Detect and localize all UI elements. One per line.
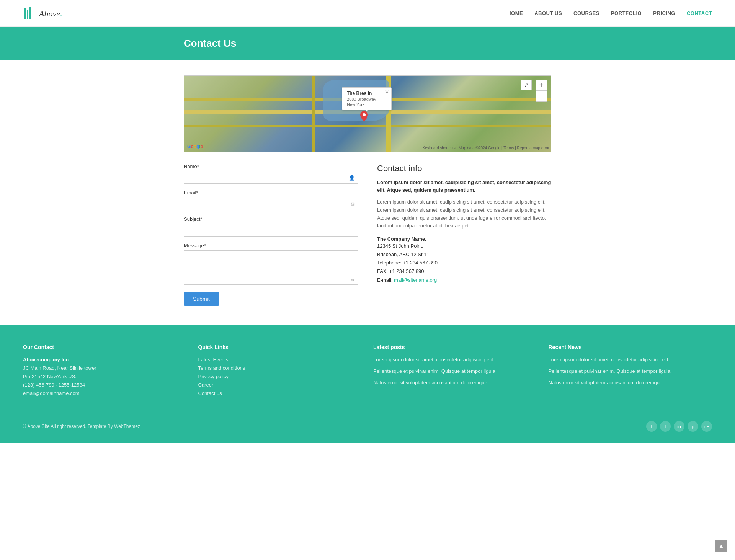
nav-courses[interactable]: COURSES — [573, 10, 599, 16]
map-expand-btn[interactable]: ⤢ — [521, 80, 532, 90]
main-content: ✕ The Breslin 2880 Broadway New York ⤢ +… — [176, 75, 559, 306]
nav-home[interactable]: HOME — [507, 10, 523, 16]
map-popup-title: The Breslin — [347, 91, 387, 96]
map-terms: Terms — [503, 146, 514, 150]
footer-phone: (123) 456-789 · 1255-12584 — [23, 381, 187, 389]
footer-link-contact-anchor[interactable]: Contact us — [198, 390, 222, 396]
map-zoom-in[interactable]: + — [536, 80, 547, 91]
subject-input[interactable] — [184, 224, 358, 237]
email-line: E-mail: mail@sitename.org — [377, 276, 551, 284]
footer-quicklinks-list: Latest Events Terms and conditions Priva… — [198, 356, 362, 398]
svg-rect-2 — [29, 7, 31, 19]
footer-email: email@domainname.com — [23, 389, 187, 398]
footer-link-career-anchor[interactable]: Career — [198, 382, 214, 388]
social-facebook[interactable]: f — [646, 421, 657, 432]
email-input[interactable] — [184, 198, 358, 210]
svg-rect-1 — [27, 10, 28, 19]
footer-link-terms: Terms and conditions — [198, 364, 362, 372]
footer-news-1: Lorem ipsum dolor sit amet, consectetur … — [549, 356, 712, 364]
footer-link-events: Latest Events — [198, 356, 362, 364]
logo-icon — [23, 7, 37, 20]
social-twitter[interactable]: t — [660, 421, 671, 432]
company-name: The Company Name. — [377, 236, 551, 242]
map-zoom-controls: + − — [536, 80, 547, 102]
map-google-logo: Google — [187, 144, 203, 149]
footer-our-contact: Our Contact Abovecompany Inc JC Main Roa… — [23, 344, 187, 398]
footer-address1: JC Main Road, Near Silnile tower — [23, 364, 187, 372]
page-banner: Contact Us — [0, 27, 735, 60]
footer-bottom: © Above Site All right reserved. Templat… — [23, 413, 712, 432]
footer-quicklinks-heading: Quick Links — [198, 344, 362, 350]
nav-pricing[interactable]: PRICING — [653, 10, 675, 16]
map-popup-close[interactable]: ✕ — [385, 89, 389, 95]
map-zoom-out[interactable]: − — [536, 91, 547, 101]
map-attribution: Map data ©2024 Google — [459, 146, 500, 150]
footer-recent-news: Recent News Lorem ipsum dolor sit amet, … — [549, 344, 712, 398]
message-textarea[interactable] — [184, 250, 358, 285]
nav-about[interactable]: ABOUT US — [534, 10, 562, 16]
footer-news-3: Natus error sit voluptatem accusantium d… — [549, 379, 712, 387]
map-container: ✕ The Breslin 2880 Broadway New York ⤢ +… — [184, 75, 551, 152]
map-popup-address2: New York — [347, 102, 387, 107]
nav-links: HOME ABOUT US COURSES PORTFOLIO PRICING … — [507, 10, 712, 16]
footer-posts-heading: Latest posts — [373, 344, 537, 350]
copyright-text: © Above Site All right reserved. Templat… — [23, 424, 140, 429]
address-line2: Brisbean, ABC 12 St 11. — [377, 250, 551, 259]
submit-button[interactable]: Submit — [184, 292, 219, 306]
subject-group: Subject* — [184, 216, 358, 237]
page-title: Contact Us — [184, 38, 551, 49]
social-links: f t in p g+ — [646, 421, 712, 432]
social-linkedin[interactable]: in — [674, 421, 684, 432]
name-group: Name* 👤 — [184, 163, 358, 184]
email-group: Email* ✉ — [184, 190, 358, 210]
social-googleplus[interactable]: g+ — [701, 421, 712, 432]
svg-point-3 — [363, 113, 366, 116]
contact-form: Name* 👤 Email* ✉ Subject* Message* — [184, 163, 358, 306]
email-input-wrapper: ✉ — [184, 198, 358, 210]
footer-latest-posts: Latest posts Lorem ipsum dolor sit amet,… — [373, 344, 537, 398]
contact-grid: Name* 👤 Email* ✉ Subject* Message* — [184, 163, 551, 306]
footer-link-career: Career — [198, 381, 362, 389]
contact-info-section: Contact info Lorem ipsum dolor sit amet,… — [377, 163, 551, 306]
footer-link-terms-anchor[interactable]: Terms and conditions — [198, 365, 245, 371]
footer-post-3: Natus error sit voluptatem accusantium d… — [373, 379, 537, 387]
nav-contact[interactable]: CONTACT — [687, 10, 712, 16]
footer-post-2: Pellentesque et pulvinar enim. Quisque a… — [373, 367, 537, 376]
svg-rect-0 — [24, 8, 26, 19]
name-input[interactable] — [184, 171, 358, 184]
footer-link-events-anchor[interactable]: Latest Events — [198, 357, 229, 362]
nav-portfolio[interactable]: PORTFOLIO — [611, 10, 642, 16]
footer-news-heading: Recent News — [549, 344, 712, 350]
footer-address2: Pin-21542 NewYork US. — [23, 372, 187, 381]
email-icon: ✉ — [351, 201, 355, 207]
logo-text: Above. — [39, 8, 63, 19]
map-report: Report a map error — [517, 146, 549, 150]
edit-icon: ✏ — [351, 277, 355, 283]
navbar: Above. HOME ABOUT US COURSES PORTFOLIO P… — [0, 0, 735, 27]
name-input-wrapper: 👤 — [184, 171, 358, 184]
footer-grid: Our Contact Abovecompany Inc JC Main Roa… — [23, 344, 712, 398]
footer-news-2: Pellentesque et pulvinar enim. Quisque a… — [549, 367, 712, 376]
footer: Our Contact Abovecompany Inc JC Main Roa… — [0, 325, 735, 443]
footer-link-privacy-anchor[interactable]: Privacy policy — [198, 374, 229, 379]
social-pinterest[interactable]: p — [688, 421, 698, 432]
footer-quick-links: Quick Links Latest Events Terms and cond… — [198, 344, 362, 398]
map-popup: ✕ The Breslin 2880 Broadway New York — [342, 87, 392, 110]
message-group: Message* ✏ — [184, 243, 358, 286]
logo[interactable]: Above. — [23, 7, 63, 20]
email-label: E-mail: — [377, 277, 392, 283]
message-label: Message* — [184, 243, 358, 248]
footer-contact-heading: Our Contact — [23, 344, 187, 350]
map-popup-address1: 2880 Broadway — [347, 97, 387, 101]
address-line1: 12345 St John Point, — [377, 242, 551, 250]
map-footer: Keyboard shortcuts | Map data ©2024 Goog… — [423, 146, 549, 150]
message-input-wrapper: ✏ — [184, 250, 358, 286]
map-keyboard-shortcuts: Keyboard shortcuts — [423, 146, 456, 150]
contact-info-title: Contact info — [377, 163, 551, 173]
telephone: Telephone: +1 234 567 890 — [377, 259, 551, 267]
email-label: Email* — [184, 190, 358, 196]
email-link[interactable]: mail@sitename.org — [394, 277, 437, 283]
footer-company-name: Abovecompany Inc — [23, 356, 187, 364]
footer-link-privacy: Privacy policy — [198, 372, 362, 381]
footer-link-contact: Contact us — [198, 389, 362, 398]
